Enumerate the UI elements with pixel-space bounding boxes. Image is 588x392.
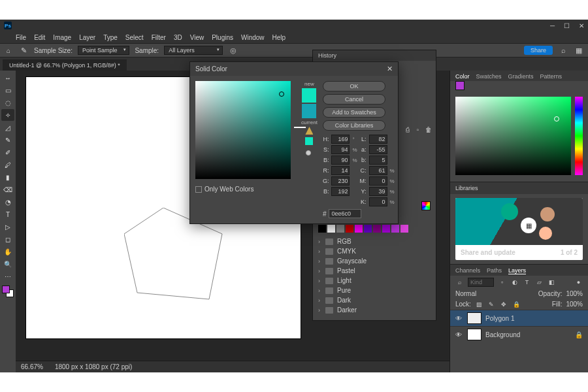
menu-select[interactable]: Select bbox=[125, 34, 144, 41]
filter-smart-icon[interactable]: ◧ bbox=[547, 278, 556, 287]
tab-channels[interactable]: Channels bbox=[455, 267, 480, 274]
tool-0[interactable]: ↔ bbox=[1, 72, 14, 84]
lock-transparent-icon[interactable]: ▨ bbox=[475, 300, 483, 308]
fill-value[interactable]: 100% bbox=[566, 301, 583, 308]
lock-position-icon[interactable]: ✥ bbox=[500, 300, 508, 308]
menu-window[interactable]: Window bbox=[241, 34, 265, 41]
add-swatches-button[interactable]: Add to Swatches bbox=[323, 107, 385, 118]
layer-thumb[interactable] bbox=[467, 329, 482, 340]
rainbow-swatch-icon[interactable] bbox=[421, 201, 431, 210]
tab-patterns[interactable]: Patterns bbox=[540, 73, 563, 80]
layer-row[interactable]: 👁Polygon 1 bbox=[450, 310, 588, 326]
tab-color[interactable]: Color bbox=[455, 73, 470, 80]
swatch-folder[interactable]: Pure bbox=[318, 286, 431, 295]
swatch-folder[interactable]: Darker bbox=[318, 305, 431, 315]
fg-bg-swatches[interactable] bbox=[2, 286, 14, 297]
recent-swatch[interactable] bbox=[327, 225, 335, 233]
swatch-folder[interactable]: Grayscale bbox=[318, 256, 431, 266]
recent-swatch[interactable] bbox=[355, 225, 363, 233]
recent-swatch[interactable] bbox=[400, 225, 408, 233]
only-web-colors-checkbox[interactable]: Only Web Colors bbox=[195, 186, 291, 193]
recent-swatch[interactable] bbox=[382, 225, 390, 233]
tab-gradients[interactable]: Gradients bbox=[508, 73, 534, 80]
filter-type-icon[interactable]: T bbox=[523, 278, 531, 287]
history-tab[interactable]: History bbox=[313, 50, 436, 61]
layer-thumb[interactable] bbox=[467, 312, 482, 324]
s-input[interactable] bbox=[331, 145, 350, 154]
bv-input[interactable] bbox=[331, 155, 350, 165]
websafe-swatch[interactable] bbox=[305, 137, 313, 145]
swatch-folder[interactable]: Light bbox=[318, 276, 431, 286]
layer-row[interactable]: 👁Background🔒 bbox=[450, 326, 588, 342]
menu-plugins[interactable]: Plugins bbox=[212, 34, 233, 41]
tool-10[interactable]: ◔ bbox=[1, 196, 14, 208]
hex-input[interactable] bbox=[329, 209, 361, 218]
a-input[interactable] bbox=[369, 145, 387, 154]
filter-kind-icon[interactable]: ⌕ bbox=[455, 278, 464, 287]
close-icon[interactable]: ✕ bbox=[579, 22, 584, 29]
visibility-icon[interactable]: 👁 bbox=[455, 331, 463, 338]
menu-edit[interactable]: Edit bbox=[34, 34, 45, 41]
h-input[interactable] bbox=[331, 135, 350, 144]
minimize-icon[interactable]: ─ bbox=[550, 22, 555, 29]
c-input[interactable] bbox=[369, 166, 387, 175]
color-libraries-button[interactable]: Color Libraries bbox=[323, 120, 385, 131]
tool-14[interactable]: ✋ bbox=[1, 246, 14, 257]
tab-paths[interactable]: Paths bbox=[487, 267, 502, 274]
recent-swatch[interactable] bbox=[318, 225, 326, 233]
filter-pixel-icon[interactable]: ▫ bbox=[498, 278, 506, 287]
menu-help[interactable]: Help bbox=[272, 34, 286, 41]
recent-swatch[interactable] bbox=[336, 225, 344, 233]
workspace-icon[interactable]: ▦ bbox=[574, 45, 584, 56]
tab-layers[interactable]: Layers bbox=[508, 267, 526, 274]
menu-image[interactable]: Image bbox=[53, 34, 71, 41]
tool-12[interactable]: ▷ bbox=[1, 221, 14, 233]
tool-9[interactable]: ⌫ bbox=[1, 184, 14, 195]
layer-name[interactable]: Polygon 1 bbox=[485, 315, 514, 322]
hue-slider[interactable] bbox=[575, 97, 583, 175]
tab-swatches[interactable]: Swatches bbox=[476, 73, 502, 80]
blend-mode-dropdown[interactable]: Normal bbox=[455, 290, 476, 297]
tool-6[interactable]: ✐ bbox=[1, 146, 14, 158]
r-input[interactable] bbox=[331, 166, 350, 175]
saturation-field[interactable] bbox=[195, 81, 291, 179]
maximize-icon[interactable]: ☐ bbox=[564, 22, 570, 29]
eyedropper-icon[interactable]: ✎ bbox=[18, 45, 29, 56]
g-input[interactable] bbox=[331, 176, 350, 186]
tool-4[interactable]: ◿ bbox=[1, 122, 14, 133]
menu-layer[interactable]: Layer bbox=[79, 34, 95, 41]
snapshot-icon[interactable]: ⎙ bbox=[406, 126, 410, 133]
tool-8[interactable]: ▮ bbox=[1, 171, 14, 183]
share-button[interactable]: Share bbox=[524, 46, 553, 55]
layer-filter-input[interactable] bbox=[468, 278, 494, 287]
document-tab[interactable]: Untitled-1 @ 66.7% (Polygon 1, RGB/8#) * bbox=[3, 59, 127, 71]
tool-1[interactable]: ▭ bbox=[1, 84, 14, 96]
tool-15[interactable]: 🔍 bbox=[1, 258, 14, 270]
gamut-warning-icon[interactable] bbox=[305, 127, 313, 135]
panel-fg-swatch[interactable] bbox=[455, 81, 465, 90]
b-input[interactable] bbox=[369, 155, 387, 165]
lock-pixels-icon[interactable]: ✎ bbox=[487, 300, 496, 308]
sample-dropdown[interactable]: All Layers bbox=[164, 46, 223, 55]
visibility-icon[interactable]: 👁 bbox=[455, 315, 463, 322]
trash-icon[interactable]: 🗑 bbox=[425, 126, 432, 133]
tool-13[interactable]: ◻ bbox=[1, 233, 14, 245]
tool-11[interactable]: T bbox=[1, 208, 14, 220]
dialog-close-icon[interactable]: ✕ bbox=[387, 65, 393, 73]
tool-5[interactable]: ✎ bbox=[1, 134, 14, 146]
filter-toggle-icon[interactable]: ● bbox=[574, 278, 583, 287]
menu-view[interactable]: View bbox=[190, 34, 204, 41]
y-input[interactable] bbox=[369, 187, 387, 196]
menu-3d[interactable]: 3D bbox=[174, 34, 182, 41]
tool-16[interactable]: ⋯ bbox=[1, 270, 14, 282]
bb-input[interactable] bbox=[331, 187, 350, 196]
current-color-swatch[interactable] bbox=[302, 104, 316, 118]
home-icon[interactable]: ⌂ bbox=[4, 46, 13, 55]
k-input[interactable] bbox=[369, 197, 387, 206]
recent-swatch[interactable] bbox=[346, 225, 353, 233]
filter-adj-icon[interactable]: ◐ bbox=[510, 278, 519, 287]
sample-ring-icon[interactable]: ◎ bbox=[228, 45, 238, 56]
swatch-folder[interactable]: Pastel bbox=[318, 266, 431, 276]
tool-2[interactable]: ◌ bbox=[1, 97, 14, 108]
search-icon[interactable]: ⌕ bbox=[558, 45, 568, 56]
